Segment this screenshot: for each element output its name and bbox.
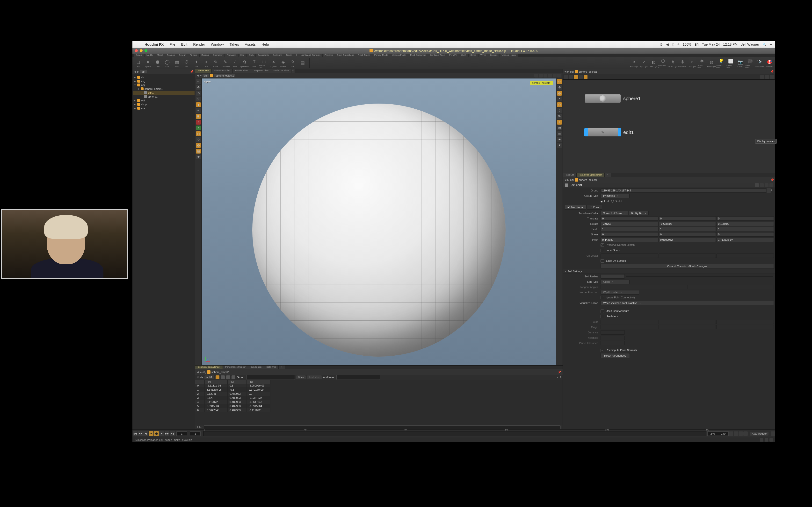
- viewport-tab[interactable]: Composite View: [250, 69, 271, 73]
- orient-checkbox[interactable]: [601, 309, 604, 313]
- shelf-tab[interactable]: Pyro FX: [447, 54, 459, 57]
- shelf-tool[interactable]: 📷Camera: [735, 57, 745, 68]
- play-back-icon[interactable]: ◀: [143, 431, 148, 436]
- shelf-tab[interactable]: Hair: [239, 54, 247, 57]
- keyframe-icon[interactable]: [729, 432, 733, 436]
- shelf-tab[interactable]: Crowds: [488, 54, 500, 57]
- display-flag[interactable]: [585, 128, 588, 136]
- audio-icon[interactable]: [743, 432, 748, 436]
- window-zoom-button[interactable]: [145, 49, 147, 52]
- sheet-nav-fwd-icon[interactable]: ▶: [200, 371, 202, 374]
- tab-take-list[interactable]: Take List: [563, 173, 576, 177]
- shelf-tool[interactable]: 🎥Stereo Cam...: [745, 57, 755, 68]
- tree-path-crumb[interactable]: obj: [140, 70, 147, 73]
- threshold-input[interactable]: [601, 336, 625, 340]
- parm-help-icon[interactable]: [765, 183, 768, 187]
- vp-toolbar-btn[interactable]: [539, 74, 543, 77]
- menubar-time[interactable]: 12:18 PM: [723, 43, 738, 46]
- battery-icon[interactable]: ▮▯: [695, 43, 699, 46]
- scale-y-input[interactable]: [659, 227, 716, 231]
- shelf-tool[interactable]: ✦Line: [191, 57, 201, 68]
- net-list-icon[interactable]: [564, 75, 568, 79]
- preserve-normal-checkbox[interactable]: [601, 243, 604, 247]
- shelf-tool[interactable]: ◍Portal Light: [707, 57, 716, 68]
- prims-mode-icon[interactable]: [226, 376, 230, 379]
- shelf-tool[interactable]: ✿Spray Paint: [240, 57, 249, 68]
- soft-settings-section[interactable]: Soft Settings: [563, 269, 775, 274]
- ignoreconn-checkbox[interactable]: [601, 296, 604, 299]
- vp-toolbar-btn[interactable]: [553, 74, 557, 77]
- point-display-icon[interactable]: •: [557, 97, 562, 101]
- realtime-icon[interactable]: [739, 432, 743, 436]
- vp-toolbar-btn[interactable]: [544, 74, 547, 77]
- rotate-z-input[interactable]: [716, 222, 774, 226]
- shelf-tool[interactable]: 💡Ambient Light: [716, 57, 726, 68]
- marker-icon[interactable]: ◎: [557, 131, 562, 136]
- table-row[interactable]: 50.09150640.482963-0.0915064: [195, 404, 270, 408]
- point-select-icon[interactable]: •: [196, 120, 201, 125]
- last-frame-icon[interactable]: ▶▮: [170, 431, 175, 436]
- shelf-tab[interactable]: Rigid Bodies: [356, 54, 372, 57]
- distance-input[interactable]: [601, 330, 625, 335]
- shelf-tool[interactable]: ↯Distant Light: [668, 57, 678, 68]
- sheet-tab[interactable]: Geometry Spreadsheet: [195, 365, 223, 370]
- net-flag-icon[interactable]: [574, 75, 578, 79]
- translate-x-input[interactable]: [601, 216, 658, 221]
- softradius-input[interactable]: [601, 274, 625, 279]
- tangent-b-input[interactable]: [688, 285, 774, 289]
- menu-assets[interactable]: Assets: [242, 42, 259, 46]
- vp-nav-back-icon[interactable]: ◀: [197, 74, 199, 77]
- shelf-tab[interactable]: |: [294, 54, 299, 57]
- shear-z-input[interactable]: [716, 232, 774, 237]
- menubar-date[interactable]: Tue May 24: [702, 43, 720, 46]
- record-icon[interactable]: ⬤: [154, 431, 159, 436]
- rotorder-select[interactable]: Rx Ry Rz: [628, 211, 648, 215]
- shelf-tab[interactable]: Deform: [177, 54, 188, 57]
- tree-row[interactable]: sphere1: [133, 95, 195, 99]
- viewport-tab[interactable]: Animation Editor: [212, 69, 233, 73]
- net-layout-icon[interactable]: [579, 75, 582, 79]
- shelf-tool[interactable]: ○Circle: [201, 57, 211, 68]
- parm-info-icon[interactable]: [760, 183, 764, 187]
- shelf-tab[interactable]: Container Tools: [428, 54, 447, 57]
- sheet-tab[interactable]: Performance Monitor: [223, 365, 248, 370]
- shelf-tool[interactable]: ◯Torus: [162, 57, 172, 68]
- tree-nav-back-icon[interactable]: ◀: [134, 70, 136, 73]
- scale-x-input[interactable]: [601, 227, 658, 231]
- net-nav-fwd-icon[interactable]: ▶: [567, 70, 569, 73]
- shelf-tab[interactable]: Solids: [284, 54, 294, 57]
- sheet-col-header[interactable]: P[z]: [247, 380, 270, 384]
- axis-x-input[interactable]: [601, 320, 658, 324]
- tree-toggle-icon[interactable]: ▾: [134, 83, 137, 87]
- shelf-tool[interactable]: ✎Draw Curve: [220, 57, 230, 68]
- shelf-tool[interactable]: ◻Box: [134, 57, 143, 68]
- net-pin-icon[interactable]: 📌: [770, 70, 774, 73]
- shear-y-input[interactable]: [659, 232, 716, 237]
- start-frame-input[interactable]: 1: [176, 432, 187, 436]
- menu-help[interactable]: Help: [259, 42, 272, 46]
- vp-crumb-node[interactable]: sphere_object1: [214, 74, 236, 77]
- scale-tool-icon[interactable]: ⤡: [196, 97, 201, 101]
- pivot-x-input[interactable]: [601, 237, 658, 242]
- group-menu-icon[interactable]: ▸: [771, 188, 774, 193]
- shelf-tab[interactable]: Version History: [500, 54, 518, 57]
- slide-checkbox[interactable]: [601, 259, 604, 263]
- vp-toolbar-btn[interactable]: [548, 74, 552, 77]
- origin-x-input[interactable]: [601, 325, 658, 329]
- handle-tool-icon[interactable]: ◆: [196, 102, 201, 107]
- shear-x-input[interactable]: [601, 232, 658, 237]
- shelf-tool[interactable]: ▤: [298, 57, 307, 68]
- current-frame-input[interactable]: 1: [190, 432, 201, 436]
- shelf-tool[interactable]: ⬡Geometry L...: [658, 57, 668, 68]
- viewport-tab[interactable]: Scene View: [195, 69, 212, 73]
- shelf-tool[interactable]: ♠L-system: [269, 57, 278, 68]
- volume-icon[interactable]: ◀: [666, 43, 669, 46]
- net-color-icon[interactable]: [583, 75, 588, 79]
- timeline-track[interactable]: 14997145193240: [203, 431, 706, 436]
- stop-icon[interactable]: ■: [149, 431, 153, 436]
- table-row[interactable]: 40.1120720.482963-0.0647048: [195, 400, 270, 404]
- net-opts-icon[interactable]: [770, 75, 774, 79]
- upvector-y-input[interactable]: [659, 253, 716, 258]
- shelf-tab[interactable]: Create: [134, 54, 144, 57]
- translate-y-input[interactable]: [659, 216, 716, 221]
